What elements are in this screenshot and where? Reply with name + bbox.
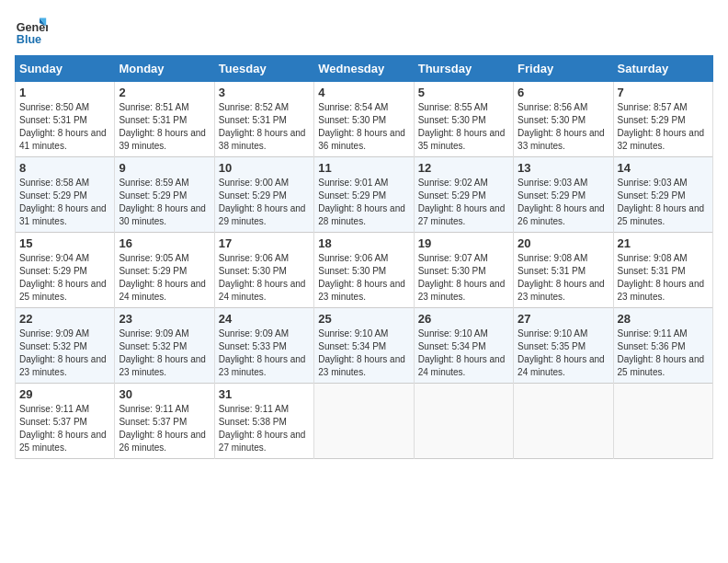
day-cell: 30 Sunrise: 9:11 AM Sunset: 5:37 PM Dayl… [115,384,214,459]
cell-info: Sunrise: 8:56 AM Sunset: 5:30 PM Dayligh… [518,102,605,151]
cell-info: Sunrise: 9:07 AM Sunset: 5:30 PM Dayligh… [418,253,506,302]
day-cell: 8 Sunrise: 8:58 AM Sunset: 5:29 PM Dayli… [16,157,115,233]
day-number: 3 [219,86,310,99]
day-cell: 29 Sunrise: 9:11 AM Sunset: 5:37 PM Dayl… [16,384,115,459]
day-number: 4 [318,86,409,99]
cell-info: Sunrise: 8:54 AM Sunset: 5:30 PM Dayligh… [318,102,405,151]
day-number: 6 [518,86,609,99]
day-number: 2 [119,86,210,99]
empty-cell [414,384,513,459]
empty-cell [514,384,613,459]
day-number: 10 [219,161,310,175]
cell-info: Sunrise: 9:09 AM Sunset: 5:32 PM Dayligh… [119,328,206,377]
day-number: 14 [618,161,709,175]
day-cell: 12 Sunrise: 9:02 AM Sunset: 5:29 PM Dayl… [414,157,513,233]
col-saturday: Saturday [613,56,712,82]
day-number: 19 [418,236,509,250]
day-cell: 6 Sunrise: 8:56 AM Sunset: 5:30 PM Dayli… [514,82,613,157]
day-number: 23 [119,312,210,326]
day-cell: 5 Sunrise: 8:55 AM Sunset: 5:30 PM Dayli… [414,82,513,157]
empty-cell [314,384,414,459]
day-number: 22 [19,312,110,326]
day-number: 13 [518,161,609,175]
day-cell: 16 Sunrise: 9:05 AM Sunset: 5:29 PM Dayl… [115,233,214,308]
cell-info: Sunrise: 8:58 AM Sunset: 5:29 PM Dayligh… [19,178,107,226]
page-header: General Blue [15,15,713,48]
calendar-table: Sunday Monday Tuesday Wednesday Thursday… [15,55,713,459]
day-cell: 22 Sunrise: 9:09 AM Sunset: 5:32 PM Dayl… [16,308,115,384]
logo: General Blue [15,15,48,48]
day-cell: 28 Sunrise: 9:11 AM Sunset: 5:36 PM Dayl… [613,308,712,384]
day-number: 5 [418,86,509,99]
day-cell: 15 Sunrise: 9:04 AM Sunset: 5:29 PM Dayl… [16,233,115,308]
empty-cell [613,384,712,459]
day-number: 26 [418,312,509,326]
cell-info: Sunrise: 9:11 AM Sunset: 5:37 PM Dayligh… [119,404,206,453]
day-number: 16 [119,236,210,250]
calendar-row: 8 Sunrise: 8:58 AM Sunset: 5:29 PM Dayli… [16,157,713,233]
cell-info: Sunrise: 9:11 AM Sunset: 5:36 PM Dayligh… [618,328,705,377]
day-number: 7 [618,86,709,99]
cell-info: Sunrise: 9:04 AM Sunset: 5:29 PM Dayligh… [19,253,107,302]
calendar-row: 29 Sunrise: 9:11 AM Sunset: 5:37 PM Dayl… [16,384,713,459]
col-friday: Friday [514,56,613,82]
day-number: 29 [19,387,110,401]
day-cell: 26 Sunrise: 9:10 AM Sunset: 5:34 PM Dayl… [414,308,513,384]
cell-info: Sunrise: 8:50 AM Sunset: 5:31 PM Dayligh… [19,102,107,151]
day-number: 21 [618,236,709,250]
cell-info: Sunrise: 9:10 AM Sunset: 5:34 PM Dayligh… [418,328,506,377]
day-cell: 4 Sunrise: 8:54 AM Sunset: 5:30 PM Dayli… [314,82,414,157]
day-cell: 1 Sunrise: 8:50 AM Sunset: 5:31 PM Dayli… [16,82,115,157]
day-number: 25 [318,312,409,326]
day-cell: 18 Sunrise: 9:06 AM Sunset: 5:30 PM Dayl… [314,233,414,308]
day-number: 24 [219,312,310,326]
cell-info: Sunrise: 8:52 AM Sunset: 5:31 PM Dayligh… [219,102,306,151]
day-number: 8 [19,161,110,175]
day-number: 12 [418,161,509,175]
cell-info: Sunrise: 9:09 AM Sunset: 5:32 PM Dayligh… [19,328,107,377]
day-cell: 31 Sunrise: 9:11 AM Sunset: 5:38 PM Dayl… [214,384,313,459]
day-cell: 27 Sunrise: 9:10 AM Sunset: 5:35 PM Dayl… [514,308,613,384]
col-sunday: Sunday [16,56,115,82]
calendar-row: 22 Sunrise: 9:09 AM Sunset: 5:32 PM Dayl… [16,308,713,384]
svg-text:Blue: Blue [17,33,41,46]
cell-info: Sunrise: 8:55 AM Sunset: 5:30 PM Dayligh… [418,102,506,151]
cell-info: Sunrise: 8:51 AM Sunset: 5:31 PM Dayligh… [119,102,206,151]
cell-info: Sunrise: 9:11 AM Sunset: 5:37 PM Dayligh… [19,404,107,453]
day-cell: 23 Sunrise: 9:09 AM Sunset: 5:32 PM Dayl… [115,308,214,384]
cell-info: Sunrise: 9:08 AM Sunset: 5:31 PM Dayligh… [618,253,705,302]
cell-info: Sunrise: 9:05 AM Sunset: 5:29 PM Dayligh… [119,253,206,302]
day-number: 31 [219,387,310,401]
day-cell: 13 Sunrise: 9:03 AM Sunset: 5:29 PM Dayl… [514,157,613,233]
cell-info: Sunrise: 9:11 AM Sunset: 5:38 PM Dayligh… [219,404,306,453]
day-cell: 10 Sunrise: 9:00 AM Sunset: 5:29 PM Dayl… [214,157,313,233]
day-cell: 19 Sunrise: 9:07 AM Sunset: 5:30 PM Dayl… [414,233,513,308]
logo-icon: General Blue [15,15,48,48]
col-monday: Monday [115,56,214,82]
day-number: 11 [318,161,409,175]
col-tuesday: Tuesday [214,56,313,82]
cell-info: Sunrise: 9:01 AM Sunset: 5:29 PM Dayligh… [318,178,405,226]
header-row: Sunday Monday Tuesday Wednesday Thursday… [16,56,713,82]
day-cell: 7 Sunrise: 8:57 AM Sunset: 5:29 PM Dayli… [613,82,712,157]
col-thursday: Thursday [414,56,513,82]
day-cell: 14 Sunrise: 9:03 AM Sunset: 5:29 PM Dayl… [613,157,712,233]
day-cell: 25 Sunrise: 9:10 AM Sunset: 5:34 PM Dayl… [314,308,414,384]
cell-info: Sunrise: 8:57 AM Sunset: 5:29 PM Dayligh… [618,102,705,151]
day-number: 17 [219,236,310,250]
day-number: 30 [119,387,210,401]
cell-info: Sunrise: 9:08 AM Sunset: 5:31 PM Dayligh… [518,253,605,302]
calendar-row: 1 Sunrise: 8:50 AM Sunset: 5:31 PM Dayli… [16,82,713,157]
cell-info: Sunrise: 9:03 AM Sunset: 5:29 PM Dayligh… [618,178,705,226]
day-cell: 17 Sunrise: 9:06 AM Sunset: 5:30 PM Dayl… [214,233,313,308]
cell-info: Sunrise: 9:06 AM Sunset: 5:30 PM Dayligh… [219,253,306,302]
cell-info: Sunrise: 9:02 AM Sunset: 5:29 PM Dayligh… [418,178,506,226]
day-cell: 20 Sunrise: 9:08 AM Sunset: 5:31 PM Dayl… [514,233,613,308]
col-wednesday: Wednesday [314,56,414,82]
day-number: 18 [318,236,409,250]
cell-info: Sunrise: 9:09 AM Sunset: 5:33 PM Dayligh… [219,328,306,377]
day-cell: 11 Sunrise: 9:01 AM Sunset: 5:29 PM Dayl… [314,157,414,233]
day-cell: 9 Sunrise: 8:59 AM Sunset: 5:29 PM Dayli… [115,157,214,233]
cell-info: Sunrise: 9:10 AM Sunset: 5:35 PM Dayligh… [518,328,605,377]
day-number: 15 [19,236,110,250]
